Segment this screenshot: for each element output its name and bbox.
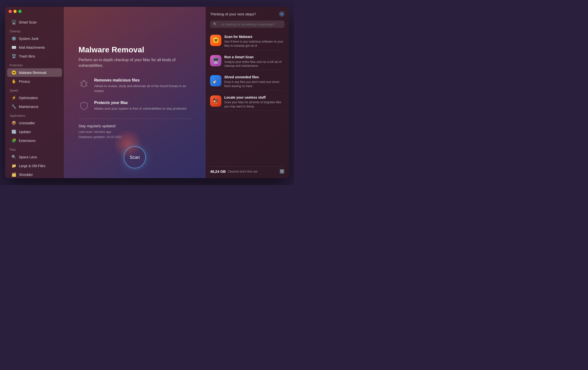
cleaned-gb: 48,24 GB bbox=[210, 169, 226, 173]
sidebar-item-label: System Junk bbox=[19, 37, 38, 41]
sidebar-item-extensions[interactable]: 🧩 Extensions bbox=[7, 136, 62, 145]
page-subtitle: Perform an in-depth checkup of your Mac … bbox=[79, 57, 191, 68]
sidebar-item-mail-attachments[interactable]: ✉️ Mail Attachments bbox=[7, 43, 62, 52]
sidebar-section-speed: Speed bbox=[5, 86, 64, 93]
locate-icon: 🦅 bbox=[210, 95, 221, 107]
svg-point-0 bbox=[82, 81, 86, 87]
panel-footer: 48,24 GB Cleaned since first use ⬆️ bbox=[210, 166, 284, 174]
sidebar-item-label: Updater bbox=[19, 130, 31, 134]
system-junk-icon: ⚙️ bbox=[11, 36, 16, 41]
suggestion-locate-desc: Scan your Mac for all kinds of forgotten… bbox=[224, 100, 284, 109]
suggestion-shred-files[interactable]: 🧹 Shred unneeded files Drop in any files… bbox=[210, 73, 284, 91]
sidebar-item-maintenance[interactable]: 🔧 Maintenance bbox=[7, 102, 62, 111]
content-area: Malware Removal Perform an in-depth chec… bbox=[79, 45, 191, 139]
extensions-icon: 🧩 bbox=[11, 138, 16, 143]
search-bar[interactable]: 🔍 bbox=[210, 21, 284, 28]
suggestion-smart-text: Run a Smart Scan Analyze your entire Mac… bbox=[224, 55, 284, 68]
close-button[interactable] bbox=[9, 10, 12, 13]
sidebar-item-trash-bins[interactable]: 🗑️ Trash Bins bbox=[7, 52, 62, 60]
feature-protects-desc: Makes sure your system is free of vulner… bbox=[94, 106, 187, 111]
sidebar-item-large-old-files[interactable]: 📁 Large & Old Files bbox=[7, 162, 62, 170]
shredder-icon: 🗂️ bbox=[11, 172, 16, 177]
suggestion-malware-desc: See if there is any malicious software o… bbox=[224, 40, 284, 48]
svg-line-1 bbox=[80, 82, 82, 82]
sidebar-section-cleanup: Cleanup bbox=[5, 27, 64, 34]
stay-updated-title: Stay regularly updated: bbox=[79, 124, 191, 128]
space-lens-icon: 🔍 bbox=[11, 155, 16, 159]
feature-protects-mac: Protects your Mac Makes sure your system… bbox=[79, 101, 191, 111]
sidebar-item-label: Optimization bbox=[19, 96, 38, 100]
sidebar-item-system-junk[interactable]: ⚙️ System Junk bbox=[7, 34, 62, 43]
suggestion-shred-text: Shred unneeded files Drop in any files y… bbox=[224, 75, 284, 88]
svg-line-6 bbox=[86, 85, 88, 86]
cleaned-label: Cleaned since first use bbox=[228, 170, 257, 173]
sidebar-item-label: Large & Old Files bbox=[19, 164, 45, 168]
suggestion-locate-text: Locate your useless stuff Scan your Mac … bbox=[224, 95, 284, 109]
sidebar-section-protection: Protection bbox=[5, 61, 64, 68]
main-content: Malware Removal Perform an in-depth chec… bbox=[64, 7, 206, 178]
sidebar-item-label: Smart Scan bbox=[19, 20, 37, 24]
suggestion-smart-title: Run a Smart Scan bbox=[224, 55, 284, 59]
malware-icon: ☣️ bbox=[11, 70, 16, 75]
right-panel: Thinking of your next steps? ● 🔍 ☣️ Scan… bbox=[206, 7, 289, 178]
smart-scan-icon: 🖥️ bbox=[11, 20, 16, 24]
sidebar-item-privacy[interactable]: ✋ Privacy bbox=[7, 77, 62, 86]
feature-protects-text: Protects your Mac Makes sure your system… bbox=[94, 101, 187, 111]
scan-malware-icon: ☣️ bbox=[210, 35, 221, 46]
svg-line-2 bbox=[86, 82, 88, 82]
suggestion-shred-desc: Drop in any files you don't need and shr… bbox=[224, 80, 284, 88]
suggestion-locate-title: Locate your useless stuff bbox=[224, 95, 284, 99]
sidebar-section-applications: Applications bbox=[5, 111, 64, 118]
suggestion-malware-text: Scan for Malware See if there is any mal… bbox=[224, 35, 284, 48]
minimize-button[interactable] bbox=[13, 10, 17, 13]
large-files-icon: 📁 bbox=[11, 163, 16, 168]
trash-icon: 🗑️ bbox=[11, 54, 16, 58]
sidebar-item-label: Extensions bbox=[19, 139, 35, 143]
sidebar-item-label: Shredder bbox=[19, 173, 33, 177]
sidebar-item-label: Maintenance bbox=[19, 105, 38, 109]
feature-protects-title: Protects your Mac bbox=[94, 101, 187, 105]
sidebar-item-optimization[interactable]: ⚡ Optimization bbox=[7, 93, 62, 102]
search-input[interactable] bbox=[219, 23, 282, 26]
sidebar: 🖥️ Smart Scan Cleanup ⚙️ System Junk ✉️ … bbox=[5, 7, 64, 178]
updater-icon: 🔄 bbox=[11, 129, 16, 134]
share-button[interactable]: ⬆️ bbox=[280, 169, 284, 174]
sidebar-item-smart-scan[interactable]: 🖥️ Smart Scan bbox=[7, 18, 62, 26]
privacy-icon: ✋ bbox=[11, 79, 16, 84]
traffic-lights bbox=[9, 10, 22, 13]
suggestion-shred-title: Shred unneeded files bbox=[224, 75, 284, 79]
db-updated-label: Database updated: 24.02.2021 bbox=[79, 135, 191, 140]
maximize-button[interactable] bbox=[18, 10, 22, 13]
sidebar-item-uninstaller[interactable]: 📦 Uninstaller bbox=[7, 119, 62, 127]
shield-icon bbox=[79, 101, 89, 111]
shred-icon: 🧹 bbox=[210, 75, 221, 86]
sidebar-item-label: Trash Bins bbox=[19, 54, 35, 58]
bug-icon bbox=[79, 78, 89, 89]
sidebar-item-shredder[interactable]: 🗂️ Shredder bbox=[7, 170, 62, 178]
uninstaller-icon: 📦 bbox=[11, 121, 16, 125]
suggestion-smart-scan[interactable]: 🖥️ Run a Smart Scan Analyze your entire … bbox=[210, 53, 284, 70]
smart-scan-suggestion-icon: 🖥️ bbox=[210, 55, 221, 66]
maintenance-icon: 🔧 bbox=[11, 104, 16, 109]
mail-icon: ✉️ bbox=[11, 45, 16, 50]
sidebar-item-label: Space Lens bbox=[19, 155, 37, 159]
sidebar-item-updater[interactable]: 🔄 Updater bbox=[7, 127, 62, 136]
sidebar-item-label: Mail Attachments bbox=[19, 46, 45, 49]
sidebar-item-space-lens[interactable]: 🔍 Space Lens bbox=[7, 153, 62, 161]
title-bar bbox=[5, 7, 289, 16]
app-window: 🖥️ Smart Scan Cleanup ⚙️ System Junk ✉️ … bbox=[5, 7, 289, 178]
sidebar-item-malware-removal[interactable]: ☣️ Malware Removal bbox=[7, 68, 62, 77]
scan-button[interactable]: Scan bbox=[124, 146, 146, 168]
optimization-icon: ⚡ bbox=[11, 95, 16, 100]
sidebar-item-label: Uninstaller bbox=[19, 121, 35, 125]
sidebar-item-label: Privacy bbox=[19, 80, 30, 83]
sidebar-item-label: Malware Removal bbox=[19, 71, 46, 75]
suggestion-scan-malware[interactable]: ☣️ Scan for Malware See if there is any … bbox=[210, 33, 284, 50]
page-title: Malware Removal bbox=[79, 45, 191, 54]
svg-line-5 bbox=[80, 85, 82, 86]
feature-removes-text: Removes malicious files Allows to review… bbox=[94, 78, 191, 93]
feature-removes-malicious: Removes malicious files Allows to review… bbox=[79, 78, 191, 93]
suggestion-locate-stuff[interactable]: 🦅 Locate your useless stuff Scan your Ma… bbox=[210, 93, 284, 111]
suggestion-malware-title: Scan for Malware bbox=[224, 35, 284, 39]
last-scan-label: Last scan: minutes ago bbox=[79, 129, 191, 135]
